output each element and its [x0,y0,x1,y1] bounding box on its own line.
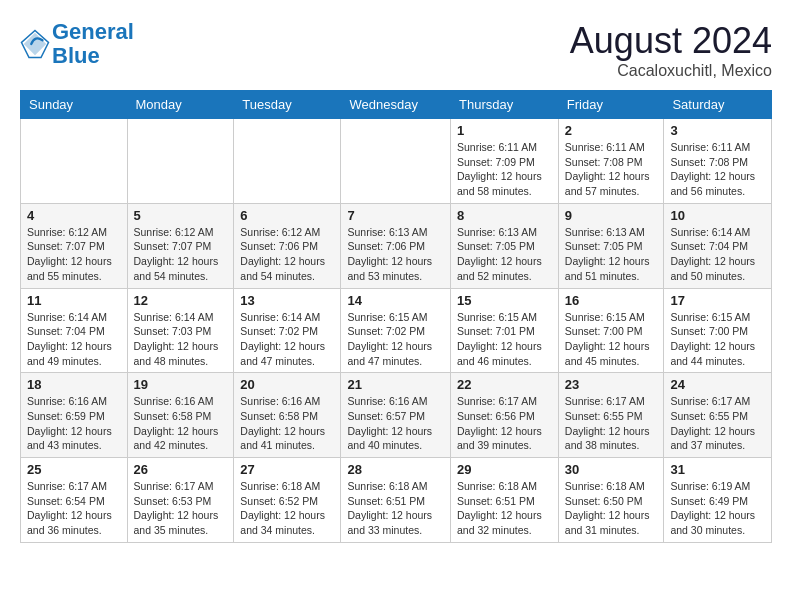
day-number: 27 [240,462,334,477]
calendar-cell: 6Sunrise: 6:12 AMSunset: 7:06 PMDaylight… [234,203,341,288]
month-year: August 2024 [570,20,772,62]
day-number: 18 [27,377,121,392]
day-info: Sunrise: 6:11 AMSunset: 7:08 PMDaylight:… [565,140,658,199]
calendar-cell: 1Sunrise: 6:11 AMSunset: 7:09 PMDaylight… [451,119,559,204]
calendar-cell: 25Sunrise: 6:17 AMSunset: 6:54 PMDayligh… [21,458,128,543]
calendar-cell [341,119,451,204]
location: Cacaloxuchitl, Mexico [570,62,772,80]
calendar-cell: 22Sunrise: 6:17 AMSunset: 6:56 PMDayligh… [451,373,559,458]
day-info: Sunrise: 6:15 AMSunset: 7:00 PMDaylight:… [670,310,765,369]
calendar-cell: 3Sunrise: 6:11 AMSunset: 7:08 PMDaylight… [664,119,772,204]
day-info: Sunrise: 6:17 AMSunset: 6:53 PMDaylight:… [134,479,228,538]
weekday-header-thursday: Thursday [451,91,559,119]
calendar-cell: 28Sunrise: 6:18 AMSunset: 6:51 PMDayligh… [341,458,451,543]
weekday-header-saturday: Saturday [664,91,772,119]
calendar-cell: 19Sunrise: 6:16 AMSunset: 6:58 PMDayligh… [127,373,234,458]
calendar-cell: 30Sunrise: 6:18 AMSunset: 6:50 PMDayligh… [558,458,664,543]
day-info: Sunrise: 6:12 AMSunset: 7:06 PMDaylight:… [240,225,334,284]
calendar-week-row: 25Sunrise: 6:17 AMSunset: 6:54 PMDayligh… [21,458,772,543]
day-number: 12 [134,293,228,308]
day-number: 22 [457,377,552,392]
calendar-cell: 12Sunrise: 6:14 AMSunset: 7:03 PMDayligh… [127,288,234,373]
day-number: 26 [134,462,228,477]
calendar-week-row: 4Sunrise: 6:12 AMSunset: 7:07 PMDaylight… [21,203,772,288]
calendar-cell: 7Sunrise: 6:13 AMSunset: 7:06 PMDaylight… [341,203,451,288]
calendar-cell: 31Sunrise: 6:19 AMSunset: 6:49 PMDayligh… [664,458,772,543]
calendar-cell: 9Sunrise: 6:13 AMSunset: 7:05 PMDaylight… [558,203,664,288]
calendar-cell [127,119,234,204]
day-number: 29 [457,462,552,477]
day-info: Sunrise: 6:11 AMSunset: 7:08 PMDaylight:… [670,140,765,199]
day-info: Sunrise: 6:15 AMSunset: 7:00 PMDaylight:… [565,310,658,369]
day-info: Sunrise: 6:16 AMSunset: 6:57 PMDaylight:… [347,394,444,453]
calendar-table: SundayMondayTuesdayWednesdayThursdayFrid… [20,90,772,543]
calendar-cell: 10Sunrise: 6:14 AMSunset: 7:04 PMDayligh… [664,203,772,288]
day-info: Sunrise: 6:11 AMSunset: 7:09 PMDaylight:… [457,140,552,199]
day-info: Sunrise: 6:13 AMSunset: 7:05 PMDaylight:… [565,225,658,284]
calendar-cell: 5Sunrise: 6:12 AMSunset: 7:07 PMDaylight… [127,203,234,288]
calendar-cell: 16Sunrise: 6:15 AMSunset: 7:00 PMDayligh… [558,288,664,373]
day-number: 1 [457,123,552,138]
day-number: 3 [670,123,765,138]
day-number: 9 [565,208,658,223]
calendar-cell: 15Sunrise: 6:15 AMSunset: 7:01 PMDayligh… [451,288,559,373]
day-info: Sunrise: 6:14 AMSunset: 7:04 PMDaylight:… [27,310,121,369]
day-info: Sunrise: 6:18 AMSunset: 6:51 PMDaylight:… [457,479,552,538]
day-info: Sunrise: 6:19 AMSunset: 6:49 PMDaylight:… [670,479,765,538]
calendar-cell: 27Sunrise: 6:18 AMSunset: 6:52 PMDayligh… [234,458,341,543]
day-info: Sunrise: 6:15 AMSunset: 7:01 PMDaylight:… [457,310,552,369]
day-number: 4 [27,208,121,223]
day-number: 15 [457,293,552,308]
calendar-week-row: 11Sunrise: 6:14 AMSunset: 7:04 PMDayligh… [21,288,772,373]
day-info: Sunrise: 6:14 AMSunset: 7:04 PMDaylight:… [670,225,765,284]
calendar-cell: 23Sunrise: 6:17 AMSunset: 6:55 PMDayligh… [558,373,664,458]
day-info: Sunrise: 6:18 AMSunset: 6:51 PMDaylight:… [347,479,444,538]
day-number: 19 [134,377,228,392]
calendar-cell: 26Sunrise: 6:17 AMSunset: 6:53 PMDayligh… [127,458,234,543]
svg-marker-0 [24,33,47,56]
calendar-cell: 24Sunrise: 6:17 AMSunset: 6:55 PMDayligh… [664,373,772,458]
day-info: Sunrise: 6:17 AMSunset: 6:54 PMDaylight:… [27,479,121,538]
day-number: 23 [565,377,658,392]
calendar-cell: 13Sunrise: 6:14 AMSunset: 7:02 PMDayligh… [234,288,341,373]
weekday-header-row: SundayMondayTuesdayWednesdayThursdayFrid… [21,91,772,119]
logo-icon [20,29,50,59]
day-number: 11 [27,293,121,308]
day-info: Sunrise: 6:12 AMSunset: 7:07 PMDaylight:… [134,225,228,284]
day-number: 16 [565,293,658,308]
title-block: August 2024 Cacaloxuchitl, Mexico [570,20,772,80]
logo: General Blue [20,20,134,68]
day-number: 30 [565,462,658,477]
day-number: 28 [347,462,444,477]
day-number: 13 [240,293,334,308]
day-info: Sunrise: 6:13 AMSunset: 7:06 PMDaylight:… [347,225,444,284]
calendar-cell: 20Sunrise: 6:16 AMSunset: 6:58 PMDayligh… [234,373,341,458]
weekday-header-sunday: Sunday [21,91,128,119]
day-number: 14 [347,293,444,308]
day-info: Sunrise: 6:17 AMSunset: 6:55 PMDaylight:… [565,394,658,453]
day-number: 5 [134,208,228,223]
day-info: Sunrise: 6:13 AMSunset: 7:05 PMDaylight:… [457,225,552,284]
day-number: 2 [565,123,658,138]
day-info: Sunrise: 6:18 AMSunset: 6:50 PMDaylight:… [565,479,658,538]
calendar-cell: 11Sunrise: 6:14 AMSunset: 7:04 PMDayligh… [21,288,128,373]
day-number: 8 [457,208,552,223]
calendar-cell: 8Sunrise: 6:13 AMSunset: 7:05 PMDaylight… [451,203,559,288]
day-info: Sunrise: 6:17 AMSunset: 6:55 PMDaylight:… [670,394,765,453]
calendar-cell: 29Sunrise: 6:18 AMSunset: 6:51 PMDayligh… [451,458,559,543]
day-info: Sunrise: 6:15 AMSunset: 7:02 PMDaylight:… [347,310,444,369]
day-info: Sunrise: 6:18 AMSunset: 6:52 PMDaylight:… [240,479,334,538]
day-info: Sunrise: 6:16 AMSunset: 6:59 PMDaylight:… [27,394,121,453]
calendar-cell: 4Sunrise: 6:12 AMSunset: 7:07 PMDaylight… [21,203,128,288]
weekday-header-wednesday: Wednesday [341,91,451,119]
calendar-cell: 17Sunrise: 6:15 AMSunset: 7:00 PMDayligh… [664,288,772,373]
day-number: 17 [670,293,765,308]
page-header: General Blue August 2024 Cacaloxuchitl, … [20,20,772,80]
day-info: Sunrise: 6:16 AMSunset: 6:58 PMDaylight:… [134,394,228,453]
calendar-cell [234,119,341,204]
day-number: 20 [240,377,334,392]
day-number: 24 [670,377,765,392]
day-number: 6 [240,208,334,223]
calendar-week-row: 1Sunrise: 6:11 AMSunset: 7:09 PMDaylight… [21,119,772,204]
day-number: 31 [670,462,765,477]
